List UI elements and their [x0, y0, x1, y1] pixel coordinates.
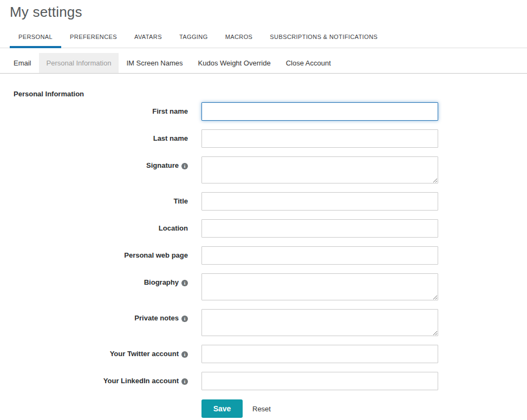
tab-preferences[interactable]: PREFERENCES — [61, 34, 126, 48]
info-icon[interactable] — [181, 351, 188, 358]
signature-label: Signature — [146, 161, 179, 169]
tab-macros[interactable]: MACROS — [217, 34, 262, 48]
subtab-close-account[interactable]: Close Account — [278, 53, 339, 73]
signature-textarea[interactable] — [201, 156, 438, 183]
private-notes-textarea[interactable] — [201, 309, 438, 336]
subtab-email[interactable]: Email — [6, 53, 39, 73]
linkedin-account-label: Your LinkedIn account — [103, 377, 179, 385]
location-label: Location — [159, 224, 188, 232]
field-row-last-name: Last name — [0, 129, 527, 148]
field-row-title: Title — [0, 192, 527, 211]
info-icon[interactable] — [181, 316, 188, 322]
last-name-input[interactable] — [201, 129, 438, 148]
field-row-linkedin-account: Your LinkedIn account — [0, 372, 527, 390]
title-label: Title — [174, 197, 188, 205]
field-row-personal-web-page: Personal web page — [0, 246, 527, 265]
tab-avatars[interactable]: AVATARS — [126, 34, 171, 48]
private-notes-label: Private notes — [134, 314, 179, 322]
field-row-signature: Signature — [0, 156, 527, 183]
first-name-input[interactable] — [201, 102, 438, 121]
form-actions: Save Reset — [201, 399, 527, 418]
info-icon[interactable] — [181, 163, 188, 169]
title-input[interactable] — [201, 192, 438, 211]
field-row-location: Location — [0, 219, 527, 238]
section-heading: Personal Information — [14, 90, 527, 98]
sub-tabs: Email Personal Information IM Screen Nam… — [0, 53, 527, 74]
personal-web-page-input[interactable] — [201, 246, 438, 265]
twitter-account-label: Your Twitter account — [110, 350, 179, 358]
reset-link[interactable]: Reset — [252, 405, 271, 413]
tab-tagging[interactable]: TAGGING — [171, 34, 217, 48]
twitter-account-input[interactable] — [201, 345, 438, 363]
subtab-kudos-weight-override[interactable]: Kudos Weight Override — [191, 53, 278, 73]
personal-web-page-label: Personal web page — [124, 251, 188, 259]
biography-label: Biography — [144, 278, 179, 286]
field-row-twitter-account: Your Twitter account — [0, 345, 527, 363]
info-icon[interactable] — [181, 378, 188, 385]
tab-subscriptions-notifications[interactable]: SUBSCRIPTIONS & NOTIFICATIONS — [261, 34, 386, 48]
first-name-label: First name — [152, 107, 188, 115]
field-row-private-notes: Private notes — [0, 309, 527, 336]
subtab-personal-information[interactable]: Personal Information — [39, 53, 119, 73]
location-input[interactable] — [201, 219, 438, 238]
tab-personal[interactable]: PERSONAL — [10, 34, 61, 48]
biography-textarea[interactable] — [201, 273, 438, 300]
save-button[interactable]: Save — [201, 399, 243, 418]
field-row-biography: Biography — [0, 273, 527, 300]
last-name-label: Last name — [153, 134, 188, 142]
info-icon[interactable] — [181, 280, 188, 286]
personal-information-form: First name Last name Signature Title Loc… — [0, 102, 527, 418]
page-title: My settings — [10, 4, 527, 21]
field-row-first-name: First name — [0, 102, 527, 121]
main-tabs: PERSONAL PREFERENCES AVATARS TAGGING MAC… — [0, 34, 527, 48]
subtab-im-screen-names[interactable]: IM Screen Names — [119, 53, 190, 73]
linkedin-account-input[interactable] — [201, 372, 438, 390]
